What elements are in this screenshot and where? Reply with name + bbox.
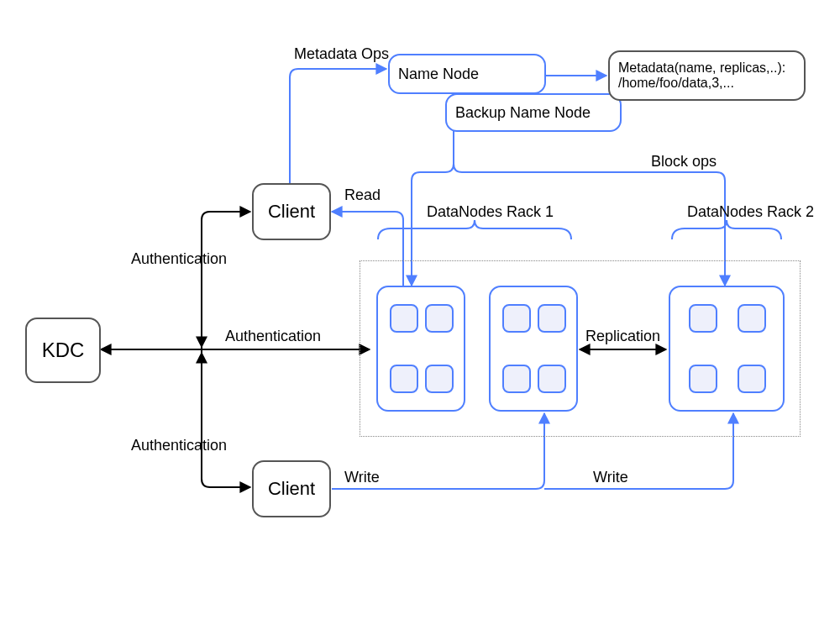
label-write1: Write: [344, 469, 380, 486]
label-auth1: Authentication: [131, 250, 227, 268]
block-icon: [390, 304, 418, 333]
label-auth3: Authentication: [131, 437, 227, 454]
metadata-line2: /home/foo/data,3,...: [618, 76, 734, 91]
datanode-3: [669, 286, 785, 412]
arrow-metadata-ops: [290, 69, 386, 183]
block-icon: [538, 304, 566, 333]
client1-box: Client: [252, 183, 331, 240]
block-icon: [738, 365, 766, 393]
client1-label: Client: [268, 201, 315, 223]
backup-namenode-box: Backup Name Node: [445, 93, 622, 132]
kdc-box: KDC: [25, 318, 101, 383]
label-write2: Write: [593, 469, 628, 486]
client2-box: Client: [252, 460, 331, 517]
label-replication: Replication: [585, 328, 660, 345]
datanode-2: [489, 286, 578, 412]
arrow-auth-client1: [202, 212, 250, 235]
label-rack1: DataNodes Rack 1: [427, 203, 554, 221]
arrow-auth-client2: [202, 464, 250, 487]
block-icon: [425, 304, 454, 333]
block-icon: [689, 365, 717, 393]
kdc-label: KDC: [42, 339, 85, 362]
block-icon: [502, 304, 531, 333]
block-icon: [738, 304, 766, 333]
brace-rack2: [672, 220, 781, 239]
namenode-box: Name Node: [388, 54, 546, 94]
block-icon: [425, 365, 454, 393]
block-icon: [538, 365, 566, 393]
label-read: Read: [344, 186, 381, 204]
label-rack2: DataNodes Rack 2: [687, 203, 814, 221]
backup-namenode-label: Backup Name Node: [455, 104, 591, 122]
block-icon: [689, 304, 717, 333]
datanode-1: [376, 286, 465, 412]
client2-label: Client: [268, 478, 315, 500]
namenode-label: Name Node: [398, 66, 479, 83]
block-icon: [502, 365, 531, 393]
block-icon: [390, 365, 418, 393]
label-block-ops: Block ops: [651, 153, 717, 171]
label-auth2: Authentication: [225, 328, 321, 345]
brace-rack1: [378, 220, 571, 239]
label-metadata-ops: Metadata Ops: [294, 45, 389, 63]
metadata-box: Metadata(name, replicas,..): /home/foo/d…: [608, 50, 806, 101]
metadata-line1: Metadata(name, replicas,..):: [618, 60, 785, 76]
